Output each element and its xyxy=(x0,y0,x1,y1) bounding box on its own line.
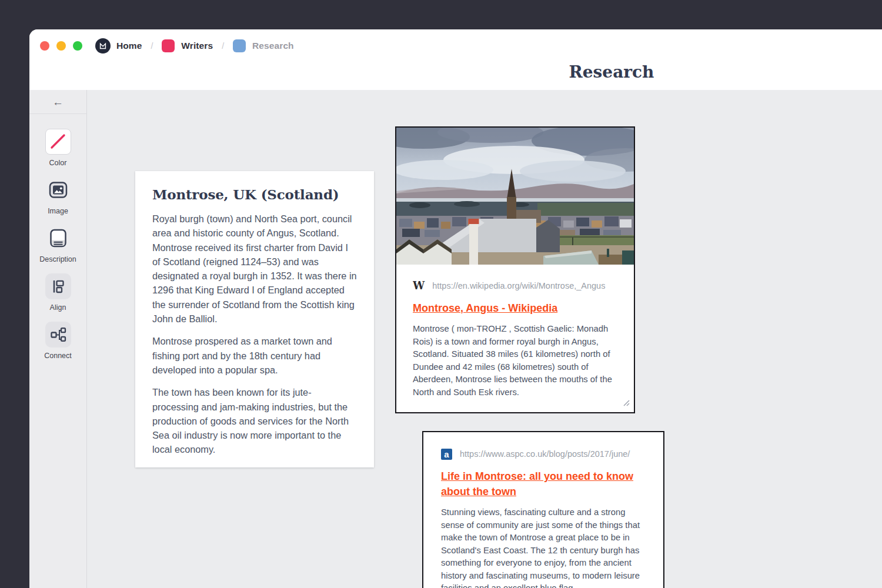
collapse-sidebar-button[interactable]: ← xyxy=(29,90,86,114)
wikipedia-favicon: W xyxy=(413,280,425,291)
milanote-logo-icon xyxy=(95,38,111,54)
url-text: https://www.aspc.co.uk/blog/posts/2017/j… xyxy=(460,449,646,459)
breadcrumb-separator: / xyxy=(222,41,224,51)
breadcrumb-separator: / xyxy=(151,41,153,51)
top-bar: Home / Writers / Research Research xyxy=(29,29,882,90)
tool-color[interactable]: Color xyxy=(45,129,71,167)
link-card-body: W https://en.wikipedia.org/wiki/Montrose… xyxy=(396,265,634,399)
page-title: Research xyxy=(569,62,654,82)
wikipedia-link[interactable]: Montrose, Angus - Wikipedia xyxy=(413,300,557,316)
board-icon-blue xyxy=(233,39,246,52)
image-icon xyxy=(45,177,71,203)
note-card-title: Montrose, UK (Scotland) xyxy=(152,186,357,202)
zoom-button[interactable] xyxy=(73,41,82,51)
color-icon xyxy=(45,129,71,155)
url-row: a https://www.aspc.co.uk/blog/posts/2017… xyxy=(441,448,646,460)
link-card-body: a https://www.aspc.co.uk/blog/posts/2017… xyxy=(423,432,663,588)
note-paragraph: Montrose prospered as a market town and … xyxy=(152,334,357,377)
back-arrow-icon: ← xyxy=(52,96,64,108)
window-controls xyxy=(40,41,82,51)
note-paragraph: Royal burgh (town) and North Sea port, c… xyxy=(152,212,357,326)
tool-label: Connect xyxy=(44,352,72,360)
minimize-button[interactable] xyxy=(56,41,66,51)
link-description: Montrose ( mon-TROHZ , Scottish Gaelic: … xyxy=(413,323,617,399)
breadcrumb-item-writers[interactable]: Writers xyxy=(162,39,213,52)
tool-image[interactable]: Image xyxy=(45,177,71,215)
tool-description[interactable]: Description xyxy=(39,225,76,263)
aspc-favicon: a xyxy=(441,449,452,460)
link-description: Stunning views, fascinating culture and … xyxy=(441,506,646,588)
aspc-link[interactable]: Life in Montrose: all you need to know a… xyxy=(441,469,646,499)
description-icon xyxy=(45,225,71,251)
breadcrumb-label-home: Home xyxy=(116,41,142,51)
tool-list: Color Image xyxy=(29,114,86,370)
toolbar-sidebar: ← Color xyxy=(29,90,87,588)
tool-label: Image xyxy=(48,207,68,215)
tool-label: Align xyxy=(50,303,66,312)
close-button[interactable] xyxy=(40,41,49,51)
breadcrumb: Home / Writers / Research xyxy=(40,29,294,62)
url-row: W https://en.wikipedia.org/wiki/Montrose… xyxy=(413,280,617,292)
note-paragraph: The town has been known for its jute-pro… xyxy=(152,385,357,456)
note-card-montrose[interactable]: Montrose, UK (Scotland) Royal burgh (tow… xyxy=(135,171,374,467)
breadcrumb-label-research: Research xyxy=(252,41,294,51)
url-text: https://en.wikipedia.org/wiki/Montrose,_… xyxy=(432,281,617,290)
tool-label: Description xyxy=(39,255,76,263)
resize-handle[interactable] xyxy=(622,399,630,409)
tool-align[interactable]: Align xyxy=(45,273,71,312)
app-window: Home / Writers / Research Research ← xyxy=(29,29,882,588)
connect-icon xyxy=(45,322,71,348)
tool-connect[interactable]: Connect xyxy=(44,322,72,360)
breadcrumb-item-home[interactable]: Home xyxy=(95,38,142,54)
align-icon xyxy=(45,273,71,299)
link-card-aspc[interactable]: a https://www.aspc.co.uk/blog/posts/2017… xyxy=(422,431,664,588)
board-icon-pink xyxy=(162,39,175,52)
breadcrumb-label-writers: Writers xyxy=(181,41,213,51)
breadcrumb-item-research[interactable]: Research xyxy=(233,39,294,52)
montrose-town-photo xyxy=(396,128,634,265)
tool-label: Color xyxy=(49,159,67,167)
link-card-wikipedia[interactable]: W https://en.wikipedia.org/wiki/Montrose… xyxy=(395,126,635,413)
